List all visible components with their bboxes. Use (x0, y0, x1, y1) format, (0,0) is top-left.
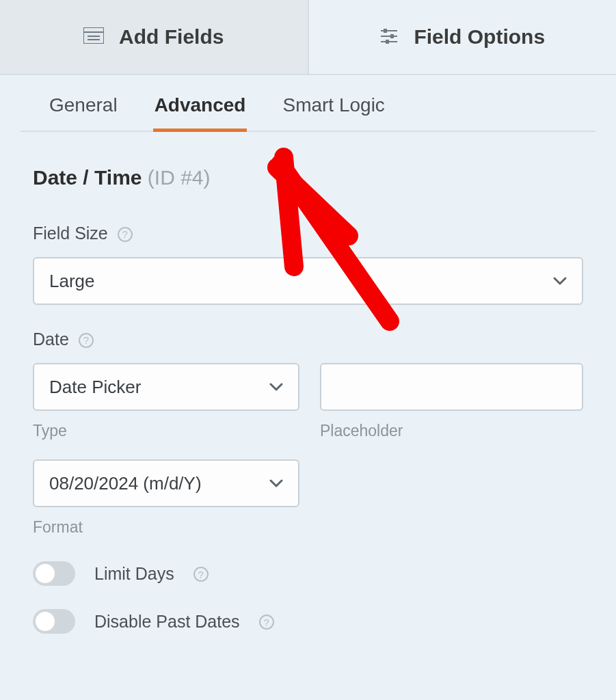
svg-rect-7 (390, 34, 394, 38)
date-placeholder-sublabel: Placeholder (320, 422, 583, 440)
field-title: Date / Time (ID #4) (33, 166, 583, 189)
help-icon[interactable]: ? (193, 567, 209, 582)
date-section: Date ? Date Picker Type Placeholder (33, 329, 583, 537)
tab-field-options[interactable]: Field Options (308, 0, 617, 74)
field-size-section: Field Size ? Large (33, 224, 583, 305)
main-tabs: Add Fields Field Options (0, 0, 616, 75)
date-label: Date (33, 329, 69, 349)
tab-add-fields[interactable]: Add Fields (0, 0, 308, 74)
subtab-smart-logic[interactable]: Smart Logic (281, 94, 386, 132)
svg-rect-9 (386, 40, 389, 44)
subtab-advanced[interactable]: Advanced (153, 94, 247, 132)
sliders-icon (379, 25, 399, 49)
subtab-general[interactable]: General (48, 94, 119, 132)
chevron-down-icon (553, 277, 567, 285)
tab-add-fields-label: Add Fields (119, 25, 224, 49)
date-type-select[interactable]: Date Picker (33, 363, 299, 411)
date-type-value: Date Picker (49, 377, 141, 398)
disable-past-toggle[interactable] (33, 609, 75, 634)
field-size-label: Field Size (33, 224, 108, 243)
chevron-down-icon (269, 383, 283, 391)
limit-days-row: Limit Days ? (33, 561, 583, 586)
date-row-format: 08/20/2024 (m/d/Y) Format (33, 459, 583, 537)
limit-days-toggle[interactable] (33, 561, 75, 586)
field-title-name: Date / Time (33, 166, 142, 189)
field-size-select[interactable]: Large (33, 257, 583, 305)
help-icon[interactable]: ? (118, 227, 133, 242)
date-row-type-placeholder: Date Picker Type Placeholder (33, 363, 583, 440)
sub-tabs: General Advanced Smart Logic (21, 75, 595, 132)
limit-days-label: Limit Days (94, 564, 174, 584)
advanced-panel: Date / Time (ID #4) Field Size ? Large D… (0, 132, 616, 654)
date-format-select[interactable]: 08/20/2024 (m/d/Y) (33, 459, 299, 507)
field-title-id: (ID #4) (148, 166, 211, 189)
date-placeholder-input[interactable] (320, 363, 583, 411)
tab-field-options-label: Field Options (414, 25, 545, 49)
date-type-sublabel: Type (33, 422, 299, 440)
help-icon[interactable]: ? (79, 333, 94, 348)
help-icon[interactable]: ? (259, 615, 274, 630)
field-size-value: Large (49, 271, 95, 292)
date-format-sublabel: Format (33, 518, 299, 537)
disable-past-label: Disable Past Dates (94, 612, 240, 632)
form-list-icon (83, 25, 104, 49)
chevron-down-icon (269, 479, 283, 487)
date-format-value: 08/20/2024 (m/d/Y) (49, 473, 202, 494)
disable-past-row: Disable Past Dates ? (33, 609, 583, 634)
svg-rect-5 (384, 29, 387, 33)
